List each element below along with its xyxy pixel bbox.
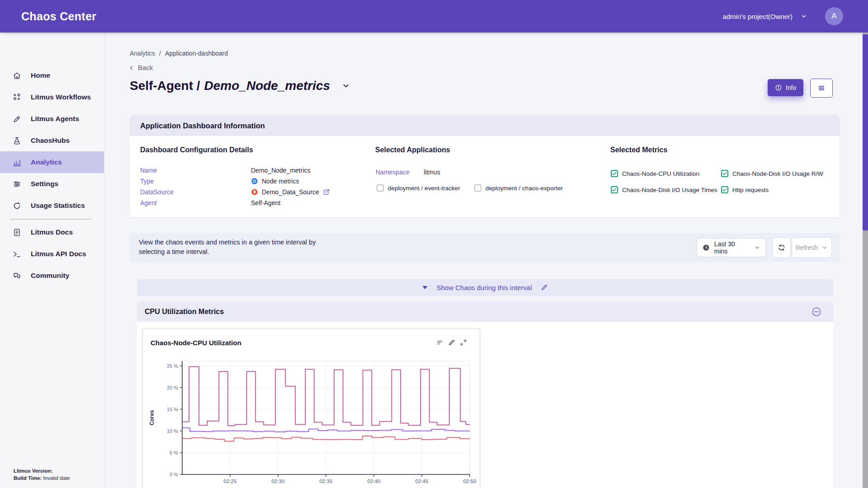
datasource-label: DataSource (140, 188, 251, 196)
agent-value: Self-Agent (251, 199, 280, 206)
workflows-icon (13, 93, 21, 102)
cpu-utilization-metrics-panel: CPU Utilization Metrics Chaos-Node-CPU U… (137, 302, 833, 488)
checkbox-chaos-exporter[interactable] (474, 184, 481, 192)
time-range-selector[interactable]: Last 30 mins (697, 238, 766, 257)
sidebar-item-label: Usage Statistics (31, 202, 85, 210)
checkbox-label: deployment / chaos-exporter (486, 185, 563, 192)
pencil-icon[interactable] (541, 284, 548, 291)
info-button[interactable]: Info (768, 79, 803, 96)
show-chaos-label: Show Chaos during this interval (437, 284, 532, 291)
name-value: Demo_Node_metrics (251, 167, 311, 174)
sidebar: Home Litmus Workflows Litmus Agents Chao… (0, 33, 104, 488)
breadcrumb-analytics[interactable]: Analytics (130, 50, 155, 57)
chevron-down-icon (754, 244, 760, 251)
minus-circle-icon (811, 307, 821, 317)
checkbox-disk-io-usage-times[interactable] (611, 186, 618, 193)
home-icon (13, 71, 21, 80)
show-chaos-toggle[interactable]: Show Chaos during this interval (137, 279, 833, 296)
config-row-agent: Agent Self-Agent (140, 199, 280, 206)
type-label: Type (140, 178, 251, 185)
config-row-name: Name Demo_Node_metrics (140, 167, 311, 174)
community-icon (13, 272, 21, 280)
edit-chart-icon[interactable] (448, 339, 455, 346)
hamburger-icon (817, 84, 826, 92)
sidebar-item-usage-statistics[interactable]: Usage Statistics (0, 195, 104, 216)
sidebar-link-community[interactable]: Community (0, 265, 104, 286)
agents-icon (13, 115, 21, 123)
selected-applications-title: Selected Applications (375, 146, 450, 154)
svg-text:02:50: 02:50 (463, 479, 476, 484)
svg-text:02:45: 02:45 (415, 479, 429, 484)
namespace-label[interactable]: Namespace (376, 169, 410, 176)
svg-text:5 %: 5 % (170, 450, 178, 455)
panel-header: Application Dashboard Information (130, 115, 840, 136)
avatar[interactable]: A (825, 7, 843, 25)
sidebar-item-home[interactable]: Home (0, 65, 104, 86)
metrics-section-title: CPU Utilization Metrics (145, 308, 224, 316)
info-icon (775, 84, 782, 91)
analytics-icon (13, 158, 21, 167)
scrollbar-thumb[interactable] (863, 34, 868, 230)
agent-name: Self-Agent / (130, 79, 200, 93)
chevron-down-icon (801, 13, 807, 19)
sidebar-link-litmus-docs[interactable]: Litmus Docs (0, 221, 104, 243)
sidebar-item-chaoshubs[interactable]: ChaosHubs (0, 130, 104, 151)
datasource-value: Demo_Data_Source (262, 188, 319, 196)
sidebar-item-label: Litmus API Docs (31, 250, 86, 258)
back-label: Back (138, 64, 153, 71)
check-icon (722, 171, 727, 176)
sidebar-item-analytics[interactable]: Analytics (0, 151, 104, 173)
metrics-section-header: CPU Utilization Metrics (137, 302, 833, 322)
namespace-value: litmus (424, 169, 440, 176)
checkbox-disk-io-usage-rw[interactable] (721, 170, 728, 177)
sidebar-item-label: Analytics (31, 158, 62, 166)
refresh-now-button[interactable] (773, 237, 791, 258)
refresh-interval-selector[interactable]: Refresh (792, 237, 832, 258)
metric-checkbox-row: Chaos-Node-Disk I/O Usage Times (611, 186, 717, 193)
collapse-section-button[interactable] (811, 307, 821, 317)
sidebar-item-litmus-workflows[interactable]: Litmus Workflows (0, 86, 104, 108)
sidebar-divider (10, 219, 91, 220)
config-row-datasource: DataSource Demo_Data_Source (140, 188, 330, 196)
usage-icon (13, 202, 21, 210)
expand-chart-icon[interactable] (460, 339, 467, 346)
sidebar-item-label: Settings (31, 180, 58, 188)
type-value: Node metrics (262, 178, 299, 185)
external-link-icon[interactable] (323, 188, 330, 196)
checkbox-label: Chaos-Node-Disk I/O Usage R/W (732, 170, 823, 177)
chart-title: Chaos-Node-CPU Utilization (151, 339, 241, 347)
flask-icon (13, 136, 21, 145)
check-icon (612, 171, 617, 176)
refresh-label: Refresh (796, 244, 818, 251)
application-checkbox-row: deployment / event-tracker deployment / … (377, 184, 563, 192)
clock-icon (703, 244, 710, 251)
sidebar-link-litmus-api-docs[interactable]: Litmus API Docs (0, 243, 104, 265)
node-metrics-icon (251, 178, 258, 185)
dashboard-menu-button[interactable] (810, 79, 833, 98)
application-dashboard-information-panel: Application Dashboard Information Dashbo… (130, 115, 840, 217)
version-info: Litmus Version: Build Time: Invalid date (14, 467, 70, 482)
checkbox-http-requests[interactable] (721, 186, 728, 193)
metric-checkbox-row: Http requests (721, 186, 769, 193)
svg-text:02:40: 02:40 (368, 479, 381, 484)
checkbox-node-cpu-utilization[interactable] (611, 170, 618, 177)
project-label: admin's project(Owner) (722, 13, 793, 20)
time-interval-panel: View the chaos events and metrics in a g… (130, 233, 840, 262)
dashboard-name: Demo_Node_metrics (204, 79, 330, 93)
sidebar-item-label: ChaosHubs (31, 136, 70, 145)
panel-title: Application Dashboard Information (140, 122, 265, 130)
back-button[interactable]: Back (128, 64, 153, 71)
triangle-down-icon (422, 286, 428, 289)
interval-description: View the chaos events and metrics in a g… (139, 238, 340, 257)
refresh-icon (778, 244, 786, 252)
metric-checkbox-row: Chaos-Node-CPU Utilization (611, 170, 699, 177)
breadcrumb-separator: / (159, 50, 161, 57)
agent-label: Agent (140, 199, 251, 206)
sidebar-item-settings[interactable]: Settings (0, 173, 104, 195)
chart-options-icon[interactable] (436, 339, 443, 346)
checkbox-event-tracker[interactable] (377, 184, 384, 192)
sidebar-item-litmus-agents[interactable]: Litmus Agents (0, 108, 104, 130)
title-chevron-down-icon[interactable] (342, 82, 350, 90)
project-selector[interactable]: admin's project(Owner) (722, 0, 807, 33)
chart-toolbar (436, 339, 467, 346)
